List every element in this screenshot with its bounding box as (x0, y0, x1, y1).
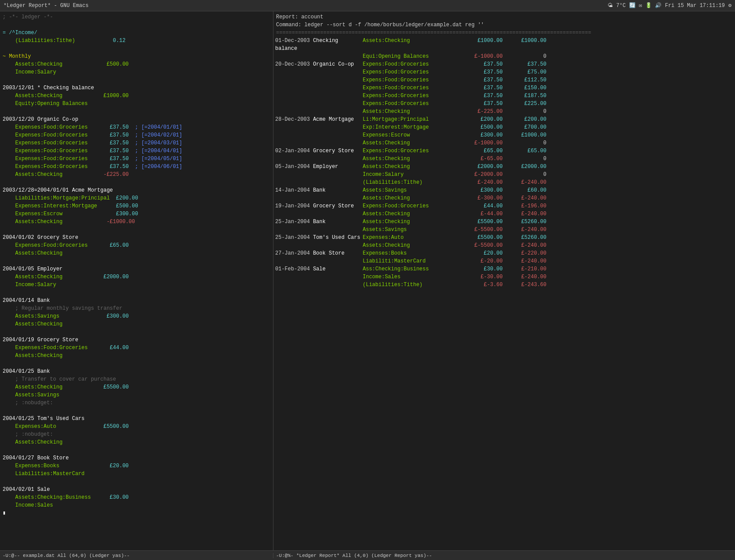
report-header-line: Report: account (273, 13, 735, 21)
left-line: Assets:Checking (0, 352, 273, 360)
left-line: Assets:Savings £300.00 (0, 312, 273, 320)
report-row: 14-Jan-2004 BankAssets:Savings£300.00£60… (273, 186, 735, 194)
report-row: Assets:Checking£-5500.00£-240.00 (273, 242, 735, 249)
left-line (0, 108, 273, 116)
left-line: ; Transfer to cover car purchase (0, 375, 273, 383)
titlebar-right: 🌤 7°C 🔄 ✉ 🔋 🔊 Fri 15 Mar 17:11:19 ⚙ (608, 2, 732, 9)
left-line (0, 76, 273, 84)
report-row: Assets:Checking£-225.000 (273, 108, 735, 116)
status-left: -U:@-- example.dat All (64,0) (Ledger ya… (0, 553, 273, 558)
left-line: Assets:Checking £1000.00 (0, 92, 273, 100)
report-row: 01-Feb-2004 SaleAss:Checking:Business£30… (273, 265, 735, 273)
left-line: 2003/12/28=2004/01/01 Acme Mortgage (0, 186, 273, 194)
left-line (0, 407, 273, 415)
report-row: Liabiliti:MasterCard£-20.00£-240.00 (273, 257, 735, 265)
left-line (0, 478, 273, 486)
report-header-line: Command: ledger --sort d -f /home/borbus… (273, 21, 735, 29)
system-icons: 🔄 ✉ 🔋 🔊 (629, 2, 662, 9)
left-line: ; :nobudget: (0, 430, 273, 438)
report-row: 27-Jan-2004 Book StoreExpenses:Books£20.… (273, 249, 735, 257)
left-line: 2004/01/27 Book Store (0, 454, 273, 462)
datetime-display: Fri 15 Mar 17:11:19 (665, 3, 725, 9)
left-line (0, 446, 273, 454)
report-row: 25-Jan-2004 BankAssets:Checking£5500.00£… (273, 218, 735, 226)
left-line: Expenses:Food:Groceries £44.00 (0, 344, 273, 352)
left-line: Expenses:Food:Groceries £65.00 (0, 242, 273, 249)
left-line: 2004/02/01 Sale (0, 486, 273, 494)
left-line: Expenses:Food:Groceries £37.50 ; [=2004/… (0, 131, 273, 139)
left-line: 2004/01/25 Tom's Used Cars (0, 415, 273, 423)
left-line: = /^Income/ (0, 29, 273, 37)
left-line: (Liabilities:Tithe) 0.12 (0, 37, 273, 45)
left-line: Assets:Checking £2000.00 (0, 273, 273, 281)
left-line (0, 45, 273, 52)
left-line: Assets:Checking -£225.00 (0, 171, 273, 178)
left-line: Expenses:Escrow £300.00 (0, 210, 273, 218)
status-right: -U:@%- *Ledger Report* All (4,0) (Ledger… (273, 553, 735, 558)
report-row: Expens:Food:Groceries£37.50£150.00 (273, 84, 735, 92)
report-row: Exp:Interest:Mortgage£500.00£700.00 (273, 123, 735, 131)
left-line: Liabilities:MasterCard (0, 470, 273, 478)
left-line (0, 226, 273, 234)
right-content: Report: accountCommand: ledger --sort d … (273, 13, 735, 289)
left-line: Liabilities:Mortgage:Principal £200.00 (0, 194, 273, 202)
report-row: 19-Jan-2004 Grocery StoreExpens:Food:Gro… (273, 202, 735, 210)
report-row: Income:Sales£-30.00£-240.00 (273, 273, 735, 281)
left-line: 2004/01/02 Grocery Store (0, 234, 273, 242)
settings-icon[interactable]: ⚙ (728, 2, 732, 9)
titlebar: *Ledger Report* - GNU Emacs 🌤 7°C 🔄 ✉ 🔋 … (0, 0, 735, 11)
report-row: (Liabilities:Tithe)£-240.00£-240.00 (273, 178, 735, 186)
left-line: ~ Monthly (0, 52, 273, 60)
left-line (0, 21, 273, 29)
left-line: Expenses:Food:Groceries £37.50 ; [=2004/… (0, 139, 273, 147)
report-row: Expens:Food:Groceries£37.50£225.00 (273, 100, 735, 108)
report-row: Expenses:Escrow£300.00£1000.00 (273, 131, 735, 139)
report-row: 05-Jan-2004 EmployerAssets:Checking£2000… (273, 163, 735, 171)
left-pane[interactable]: ; -*- ledger -*- = /^Income/ (Liabilitie… (0, 11, 273, 550)
left-line: Assets:Checking £500.00 (0, 60, 273, 68)
report-row: 28-Dec-2003 Acme MortgageLi:Mortgage:Pri… (273, 116, 735, 123)
titlebar-title: *Ledger Report* - GNU Emacs (4, 3, 88, 9)
left-line: Expenses:Food:Groceries £37.50 ; [=2004/… (0, 147, 273, 155)
left-line: 2004/01/14 Bank (0, 297, 273, 304)
report-row: Expens:Food:Groceries£37.50£112.50 (273, 76, 735, 84)
left-line: 2003/12/01 * Checking balance (0, 84, 273, 92)
left-line (0, 289, 273, 297)
left-line: Assets:Checking:Business £30.00 (0, 494, 273, 501)
right-pane[interactable]: Report: accountCommand: ledger --sort d … (273, 11, 735, 550)
report-row: Expens:Food:Groceries£37.50£75.00 (273, 68, 735, 76)
report-divider: ========================================… (273, 29, 735, 37)
report-row: (Liabilities:Tithe)£-3.60£-243.60 (273, 281, 735, 289)
left-line (0, 257, 273, 265)
report-row: Assets:Savings£-5500.00£-240.00 (273, 226, 735, 234)
report-row: Income:Salary£-2000.000 (273, 171, 735, 178)
weather-display: 🌤 7°C (608, 2, 626, 9)
statusbar: -U:@-- example.dat All (64,0) (Ledger ya… (0, 550, 735, 560)
left-line: Expenses:Interest:Mortgage £500.00 (0, 202, 273, 210)
left-line: Expenses:Food:Groceries £37.50 ; [=2004/… (0, 163, 273, 171)
left-line: Income:Salary (0, 281, 273, 289)
report-row: 20-Dec-2003 Organic Co-opExpens:Food:Gro… (273, 60, 735, 68)
main-content: ; -*- ledger -*- = /^Income/ (Liabilitie… (0, 11, 735, 550)
left-line (0, 360, 273, 368)
report-row: Assets:Checking£-65.000 (273, 155, 735, 163)
left-line: Income:Salary (0, 68, 273, 76)
report-row: Assets:Checking£-1000.000 (273, 139, 735, 147)
left-line: Equity:Opening Balances (0, 100, 273, 108)
left-line: Assets:Checking £5500.00 (0, 383, 273, 391)
report-row: Expens:Food:Groceries£37.50£187.50 (273, 92, 735, 100)
left-line: Expenses:Food:Groceries £37.50 ; [=2004/… (0, 123, 273, 131)
report-row: Equi:Opening Balances£-1000.000 (273, 52, 735, 60)
left-line: ; -*- ledger -*- (0, 13, 273, 21)
left-line: 2004/01/25 Bank (0, 368, 273, 375)
left-line: Assets:Checking (0, 249, 273, 257)
left-line: Expenses:Auto £5500.00 (0, 423, 273, 430)
left-line (0, 178, 273, 186)
left-line: Assets:Checking -£1000.00 (0, 218, 273, 226)
left-line: Expenses:Food:Groceries £37.50 ; [=2004/… (0, 155, 273, 163)
left-line (0, 328, 273, 336)
report-row: Assets:Checking£-44.00£-240.00 (273, 210, 735, 218)
report-row: 01-Dec-2003 Checking balanceAssets:Check… (273, 37, 735, 52)
left-line: Expenses:Books £20.00 (0, 462, 273, 470)
left-line: Assets:Checking (0, 438, 273, 446)
